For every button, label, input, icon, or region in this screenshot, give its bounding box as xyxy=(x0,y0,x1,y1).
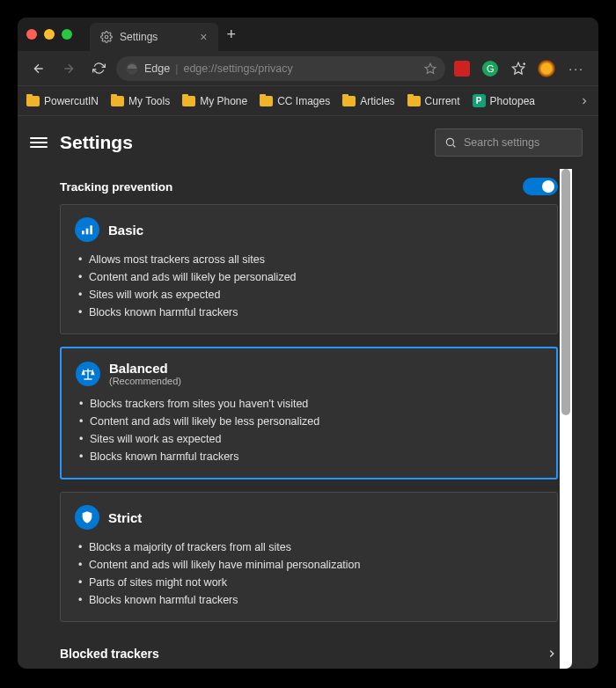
bookmark-ccimages[interactable]: CC Images xyxy=(260,95,330,107)
favorite-icon[interactable] xyxy=(424,62,436,75)
folder-icon xyxy=(182,96,195,106)
bullet-item: Blocks trackers from sites you haven't v… xyxy=(76,395,542,413)
card-basic[interactable]: Basic Allows most trackers across all si… xyxy=(60,204,558,334)
extension-button-2[interactable]: G xyxy=(479,57,502,80)
blocked-trackers-row[interactable]: Blocked trackers xyxy=(60,634,558,661)
bookmark-myphone[interactable]: My Phone xyxy=(182,95,247,107)
gear-icon xyxy=(100,31,113,43)
bookmarks-bar: PowercutIN My Tools My Phone CC Images A… xyxy=(18,86,598,116)
bullet-item: Sites will work as expected xyxy=(75,286,543,304)
scroll-area: Tracking prevention Basic Allows most tr… xyxy=(18,169,598,669)
settings-header: Settings Search settings xyxy=(18,116,598,169)
tracking-prevention-toggle[interactable] xyxy=(523,178,558,195)
bullet-item: Blocks known harmful trackers xyxy=(75,304,543,321)
bookmark-powercutin[interactable]: PowercutIN xyxy=(26,95,99,107)
browser-window: Settings × + Edge | edge://settings/priv… xyxy=(18,18,598,669)
card-title: Strict xyxy=(108,510,142,525)
extension-button-1[interactable] xyxy=(451,57,473,80)
bookmark-label: My Tools xyxy=(128,95,170,107)
card-title: Basic xyxy=(108,223,143,238)
bullet-item: Parts of sites might not work xyxy=(75,574,543,591)
bookmark-mytools[interactable]: My Tools xyxy=(111,95,170,107)
page-content: Settings Search settings Tracking preven… xyxy=(18,116,598,669)
address-separator: | xyxy=(175,62,178,75)
new-tab-button[interactable]: + xyxy=(227,26,237,44)
folder-icon xyxy=(260,96,273,106)
maximize-window-button[interactable] xyxy=(62,29,72,40)
tab-title: Settings xyxy=(120,31,158,43)
svg-rect-8 xyxy=(82,231,84,234)
bookmark-label: Photopea xyxy=(490,95,535,107)
blocked-label: Blocked trackers xyxy=(60,647,159,661)
folder-icon xyxy=(111,96,124,106)
svg-marker-2 xyxy=(425,63,436,73)
svg-rect-9 xyxy=(86,229,89,235)
edge-logo-icon xyxy=(125,62,139,76)
chevron-right-icon xyxy=(546,648,558,660)
signal-icon xyxy=(75,217,99,242)
photopea-icon: P xyxy=(473,94,486,107)
folder-icon xyxy=(26,96,40,106)
svg-point-0 xyxy=(105,35,108,39)
recommended-label: (Recommended) xyxy=(109,376,181,386)
bookmark-label: My Phone xyxy=(200,95,247,107)
bookmark-photopea[interactable]: PPhotopea xyxy=(473,94,535,107)
address-app-label: Edge xyxy=(144,62,170,75)
svg-marker-3 xyxy=(513,62,524,74)
card-bullets: Blocks trackers from sites you haven't v… xyxy=(76,395,542,465)
bullet-item: Content and ads will likely be personali… xyxy=(75,268,543,286)
minimize-window-button[interactable] xyxy=(44,29,55,40)
address-url: edge://settings/privacy xyxy=(183,62,292,75)
section-title: Tracking prevention xyxy=(60,180,172,194)
bullet-item: Content and ads will likely be less pers… xyxy=(76,413,542,430)
bookmark-label: CC Images xyxy=(277,95,330,107)
reload-button[interactable] xyxy=(86,56,111,81)
search-icon xyxy=(444,136,457,149)
bullet-item: Blocks a majority of trackers from all s… xyxy=(75,538,543,556)
bullet-item: Sites will work as expected xyxy=(76,430,542,448)
folder-icon xyxy=(342,96,356,106)
card-title: Balanced xyxy=(109,361,181,376)
forward-button[interactable] xyxy=(56,56,81,81)
close-tab-button[interactable]: × xyxy=(200,30,207,44)
bullet-item: Content and ads will likely have minimal… xyxy=(75,556,543,574)
profile-avatar[interactable] xyxy=(535,57,558,80)
tracking-prevention-header: Tracking prevention xyxy=(60,169,558,204)
bullet-item: Allows most trackers across all sites xyxy=(75,251,543,268)
bookmark-label: Current xyxy=(425,95,460,107)
bookmarks-overflow-button[interactable] xyxy=(579,96,590,106)
svg-point-6 xyxy=(446,138,453,145)
back-button[interactable] xyxy=(26,56,51,81)
window-controls xyxy=(26,29,72,40)
svg-line-7 xyxy=(453,145,456,148)
scrollbar[interactable] xyxy=(560,169,572,669)
card-bullets: Allows most trackers across all sites Co… xyxy=(75,251,543,321)
balance-icon xyxy=(76,362,100,386)
address-bar[interactable]: Edge | edge://settings/privacy xyxy=(116,56,445,81)
scrollbar-thumb[interactable] xyxy=(561,169,570,415)
bookmark-label: Articles xyxy=(360,95,394,107)
toolbar: Edge | edge://settings/privacy G ··· xyxy=(18,51,598,86)
card-bullets: Blocks a majority of trackers from all s… xyxy=(75,538,543,609)
bullet-item: Blocks known harmful trackers xyxy=(76,448,542,465)
more-menu-button[interactable]: ··· xyxy=(563,62,590,76)
svg-rect-10 xyxy=(90,225,92,234)
shield-icon xyxy=(75,505,99,530)
bookmark-current[interactable]: Current xyxy=(407,95,460,107)
hamburger-menu-button[interactable] xyxy=(30,137,48,148)
titlebar: Settings × + xyxy=(18,18,598,51)
search-settings-input[interactable]: Search settings xyxy=(435,128,583,157)
favorites-button[interactable] xyxy=(507,57,530,80)
bookmark-articles[interactable]: Articles xyxy=(342,95,394,107)
card-strict[interactable]: Strict Blocks a majority of trackers fro… xyxy=(60,492,558,622)
search-placeholder: Search settings xyxy=(464,136,539,149)
page-title: Settings xyxy=(60,132,133,153)
folder-icon xyxy=(407,96,421,106)
browser-tab[interactable]: Settings × xyxy=(90,23,218,51)
bullet-item: Blocks known harmful trackers xyxy=(75,591,543,609)
close-window-button[interactable] xyxy=(26,29,37,40)
card-balanced[interactable]: Balanced (Recommended) Blocks trackers f… xyxy=(60,347,558,479)
bookmark-label: PowercutIN xyxy=(44,95,99,107)
